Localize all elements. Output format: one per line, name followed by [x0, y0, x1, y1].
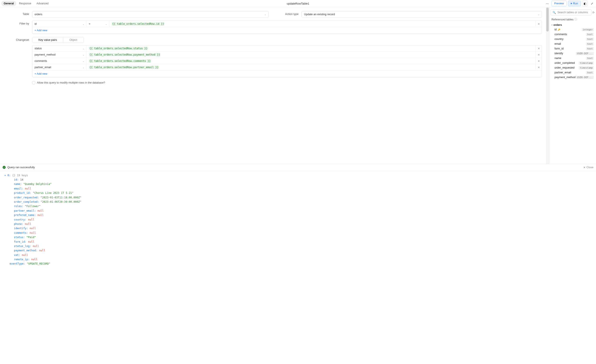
expand-icon[interactable]: ⤢ — [589, 1, 595, 6]
run-label: Run — [573, 2, 578, 5]
query-title: updateRowTable1 — [287, 2, 309, 5]
top-bar: General Response Advanced updateRowTable… — [0, 0, 596, 7]
play-icon — [571, 3, 572, 4]
preview-button[interactable]: Preview — [551, 1, 567, 6]
tab-response[interactable]: Response — [17, 1, 34, 6]
run-button[interactable]: Run — [568, 1, 581, 6]
panel-icon[interactable]: ◧ — [582, 1, 588, 6]
tab-general[interactable]: General — [1, 1, 16, 6]
more-icon[interactable]: ⋯ — [544, 1, 550, 6]
tab-advanced[interactable]: Advanced — [34, 1, 51, 6]
query-tabs: General Response Advanced — [1, 1, 51, 6]
